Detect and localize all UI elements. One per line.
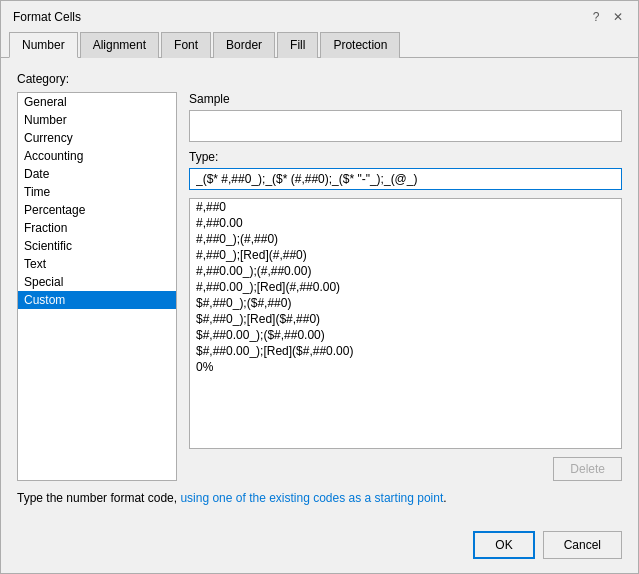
format-item[interactable]: $#,##0_);[Red]($#,##0)	[190, 311, 621, 327]
type-input[interactable]	[189, 168, 622, 190]
tab-protection[interactable]: Protection	[320, 32, 400, 58]
right-panel: Sample Type: #,##0 #,##0.00 #,##0_);(#,#…	[189, 92, 622, 481]
format-item[interactable]: #,##0.00_);[Red](#,##0.00)	[190, 279, 621, 295]
format-cells-dialog: Format Cells ? ✕ Number Alignment Font B…	[0, 0, 639, 574]
tab-font[interactable]: Font	[161, 32, 211, 58]
format-item[interactable]: #,##0	[190, 199, 621, 215]
delete-button[interactable]: Delete	[553, 457, 622, 481]
type-label: Type:	[189, 150, 622, 164]
cancel-button[interactable]: Cancel	[543, 531, 622, 559]
category-item-number[interactable]: Number	[18, 111, 176, 129]
category-item-date[interactable]: Date	[18, 165, 176, 183]
main-content: Category: General Number Currency Accoun…	[1, 58, 638, 521]
format-item[interactable]: #,##0.00	[190, 215, 621, 231]
main-area: General Number Currency Accounting Date …	[17, 92, 622, 481]
tab-number[interactable]: Number	[9, 32, 78, 58]
description-link[interactable]: using one of the existing codes as a sta…	[180, 491, 443, 505]
category-item-percentage[interactable]: Percentage	[18, 201, 176, 219]
delete-row: Delete	[189, 457, 622, 481]
category-item-special[interactable]: Special	[18, 273, 176, 291]
description: Type the number format code, using one o…	[17, 489, 622, 507]
tab-fill[interactable]: Fill	[277, 32, 318, 58]
tab-alignment[interactable]: Alignment	[80, 32, 159, 58]
category-item-custom[interactable]: Custom	[18, 291, 176, 309]
category-item-accounting[interactable]: Accounting	[18, 147, 176, 165]
category-item-currency[interactable]: Currency	[18, 129, 176, 147]
title-bar-buttons: ? ✕	[588, 9, 626, 25]
description-prefix: Type the number format code,	[17, 491, 180, 505]
format-item[interactable]: #,##0.00_);(#,##0.00)	[190, 263, 621, 279]
tab-border[interactable]: Border	[213, 32, 275, 58]
type-section: Type:	[189, 150, 622, 190]
sample-label: Sample	[189, 92, 622, 106]
category-item-fraction[interactable]: Fraction	[18, 219, 176, 237]
category-item-general[interactable]: General	[18, 93, 176, 111]
format-list[interactable]: #,##0 #,##0.00 #,##0_);(#,##0) #,##0_);[…	[189, 198, 622, 449]
tab-bar: Number Alignment Font Border Fill Protec…	[1, 31, 638, 58]
category-label: Category:	[17, 72, 622, 86]
ok-button[interactable]: OK	[473, 531, 534, 559]
category-list[interactable]: General Number Currency Accounting Date …	[17, 92, 177, 481]
category-item-scientific[interactable]: Scientific	[18, 237, 176, 255]
category-item-time[interactable]: Time	[18, 183, 176, 201]
help-button[interactable]: ?	[588, 9, 604, 25]
description-suffix: .	[443, 491, 446, 505]
sample-section: Sample	[189, 92, 622, 142]
close-button[interactable]: ✕	[610, 9, 626, 25]
title-bar: Format Cells ? ✕	[1, 1, 638, 29]
format-item[interactable]: $#,##0_);($#,##0)	[190, 295, 621, 311]
dialog-title: Format Cells	[13, 10, 81, 24]
category-item-text[interactable]: Text	[18, 255, 176, 273]
format-item[interactable]: $#,##0.00_);($#,##0.00)	[190, 327, 621, 343]
format-item[interactable]: #,##0_);(#,##0)	[190, 231, 621, 247]
format-item[interactable]: 0%	[190, 359, 621, 375]
format-item[interactable]: #,##0_);[Red](#,##0)	[190, 247, 621, 263]
format-item[interactable]: $#,##0.00_);[Red]($#,##0.00)	[190, 343, 621, 359]
footer: OK Cancel	[1, 521, 638, 573]
sample-box	[189, 110, 622, 142]
